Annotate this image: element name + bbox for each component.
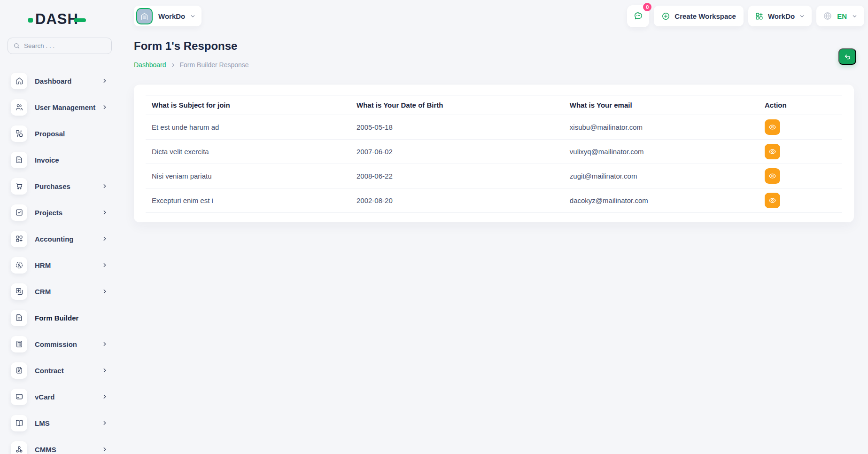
sidebar-item-label: Accounting — [35, 235, 74, 243]
search-input[interactable] — [24, 42, 99, 49]
sidebar-item-invoice[interactable]: Invoice — [0, 147, 117, 173]
chevron-right-icon — [101, 183, 108, 189]
eye-icon — [768, 172, 776, 180]
logo-dot-shape — [28, 18, 33, 23]
page-title: Form 1's Response — [134, 39, 237, 53]
sidebar: DASH Dashboard User Management — [0, 0, 117, 454]
messages-badge: 0 — [643, 3, 651, 11]
sidebar-item-label: Commission — [35, 340, 77, 348]
chevron-right-icon — [101, 235, 108, 242]
responses-table: What is Subject for join What is Your Da… — [146, 95, 842, 213]
sidebar-item-commission[interactable]: Commission — [0, 331, 117, 357]
overlap-squares-icon — [11, 283, 27, 300]
breadcrumb: Dashboard Form Builder Response — [134, 61, 249, 69]
view-response-button[interactable] — [765, 119, 780, 135]
create-workspace-label: Create Workspace — [674, 12, 736, 20]
sidebar-item-user-management[interactable]: User Management — [0, 94, 117, 120]
cell-subject: Et est unde harum ad — [146, 115, 350, 140]
sidebar-item-vcard[interactable]: vCard — [0, 384, 117, 410]
cell-email: dacokyz@mailinator.com — [564, 188, 759, 213]
column-header-action: Action — [759, 95, 842, 115]
table-header-row: What is Subject for join What is Your Da… — [146, 95, 842, 115]
cell-dob: 2005-05-18 — [350, 115, 564, 140]
view-response-button[interactable] — [765, 144, 780, 159]
eye-icon — [768, 123, 776, 131]
chevron-right-icon — [101, 367, 108, 374]
sidebar-item-hrm[interactable]: HRM — [0, 252, 117, 278]
document-icon — [11, 152, 27, 168]
language-label: EN — [837, 12, 847, 20]
messages-button[interactable]: 0 — [627, 5, 649, 27]
floppy-icon — [11, 362, 27, 379]
chevron-right-icon — [101, 393, 108, 400]
sidebar-nav: Dashboard User Management Proposal — [0, 68, 117, 454]
chat-icon — [633, 11, 643, 21]
workdo-menu-button[interactable]: WorkDo — [748, 6, 812, 26]
topbar-right: 0 Create Workspace WorkDo EN — [627, 5, 864, 27]
cart-icon — [11, 178, 27, 195]
building-icon — [136, 8, 153, 24]
cell-email: xisubu@mailinator.com — [564, 115, 759, 140]
sidebar-item-proposal[interactable]: Proposal — [0, 120, 117, 147]
column-header-subject: What is Subject for join — [146, 95, 350, 115]
workspace-switcher[interactable]: WorkDo — [134, 6, 202, 26]
cell-email: zugit@mailinator.com — [564, 164, 759, 188]
sidebar-item-label: Contract — [35, 367, 64, 375]
sidebar-item-accounting[interactable]: Accounting — [0, 226, 117, 252]
person-dashed-circle-icon — [11, 257, 27, 274]
sidebar-item-label: Purchases — [35, 182, 70, 190]
view-response-button[interactable] — [765, 193, 780, 208]
sidebar-item-label: CMMS — [35, 446, 56, 454]
chevron-right-icon — [170, 63, 176, 68]
document-icon — [11, 310, 27, 326]
book-icon — [11, 415, 27, 431]
table-row: Excepturi enim est i 2002-08-20 dacokyz@… — [146, 188, 842, 213]
chevron-right-icon — [101, 446, 108, 453]
chevron-right-icon — [101, 104, 108, 110]
sidebar-item-label: vCard — [35, 393, 55, 401]
cell-subject: Nisi veniam pariatu — [146, 164, 350, 188]
sidebar-item-cmms[interactable]: CMMS — [0, 436, 117, 454]
sidebar-item-label: CRM — [35, 288, 51, 296]
cell-dob: 2007-06-02 — [350, 140, 564, 164]
responses-card: What is Subject for join What is Your Da… — [134, 85, 854, 222]
breadcrumb-dashboard-link[interactable]: Dashboard — [134, 61, 166, 69]
plus-circle-icon — [661, 12, 670, 21]
check-square-icon — [11, 204, 27, 221]
sidebar-item-lms[interactable]: LMS — [0, 410, 117, 436]
chevron-right-icon — [101, 78, 108, 84]
sidebar-item-crm[interactable]: CRM — [0, 278, 117, 305]
sidebar-item-label: Dashboard — [35, 77, 71, 85]
sidebar-item-label: HRM — [35, 261, 51, 269]
sidebar-item-label: Invoice — [35, 156, 59, 164]
sidebar-item-purchases[interactable]: Purchases — [0, 173, 117, 199]
nodes-icon — [11, 441, 27, 454]
sidebar-item-contract[interactable]: Contract — [0, 357, 117, 384]
cell-dob: 2008-06-22 — [350, 164, 564, 188]
sidebar-item-projects[interactable]: Projects — [0, 199, 117, 226]
app-logo[interactable]: DASH — [28, 10, 86, 28]
sidebar-item-label: User Management — [35, 103, 95, 111]
sidebar-item-dashboard[interactable]: Dashboard — [0, 68, 117, 94]
sidebar-item-label: Proposal — [35, 130, 65, 138]
create-workspace-button[interactable]: Create Workspace — [654, 6, 744, 26]
back-button[interactable] — [838, 48, 856, 65]
globe-icon — [823, 11, 832, 21]
cell-dob: 2002-08-20 — [350, 188, 564, 213]
home-icon — [11, 73, 27, 89]
cell-subject: Excepturi enim est i — [146, 188, 350, 213]
breadcrumb-current: Form Builder Response — [180, 61, 249, 69]
search-icon — [13, 42, 20, 49]
table-row: Nisi veniam pariatu 2008-06-22 zugit@mai… — [146, 164, 842, 188]
chevron-down-icon — [190, 13, 196, 19]
sidebar-item-form-builder[interactable]: Form Builder — [0, 305, 117, 331]
credit-card-icon — [11, 389, 27, 405]
logo-dash-shape — [74, 18, 86, 22]
chevron-right-icon — [101, 209, 108, 216]
language-selector[interactable]: EN — [816, 6, 864, 26]
sidebar-search — [8, 38, 112, 54]
topbar: WorkDo 0 Create Workspace WorkDo — [134, 5, 864, 27]
sidebar-item-label: LMS — [35, 419, 50, 427]
view-response-button[interactable] — [765, 168, 780, 184]
calculator-icon — [11, 336, 27, 352]
